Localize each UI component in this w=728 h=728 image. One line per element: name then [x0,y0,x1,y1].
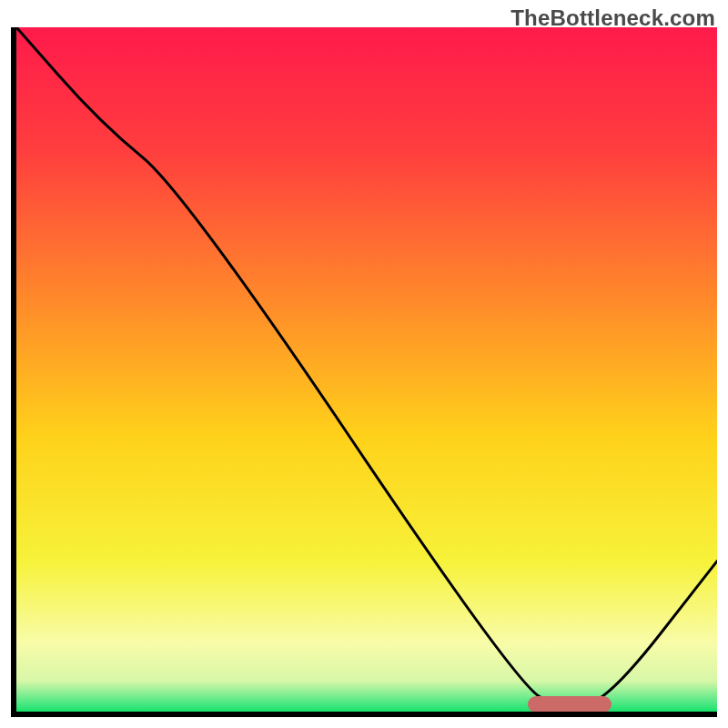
curve-layer [16,27,717,712]
plot-area [16,27,717,712]
chart-stage: TheBottleneck.com [0,0,728,728]
plot-axes [11,27,717,717]
optimal-range-marker [528,696,612,712]
bottleneck-curve [16,27,717,705]
